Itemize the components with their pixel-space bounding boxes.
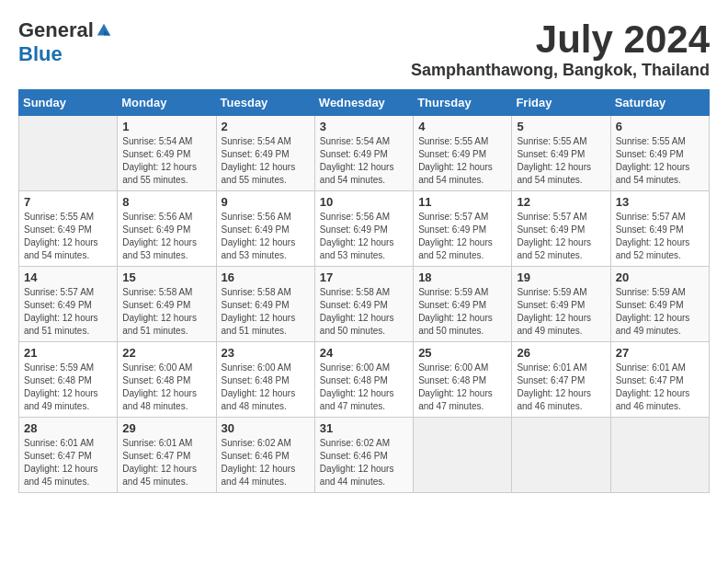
day-info: Sunrise: 6:00 AMSunset: 6:48 PMDaylight:… — [122, 362, 210, 413]
logo: General Blue — [18, 18, 112, 66]
day-number: 4 — [418, 120, 506, 133]
calendar-cell: 21Sunrise: 5:59 AMSunset: 6:48 PMDayligh… — [19, 342, 118, 418]
day-number: 12 — [517, 195, 605, 209]
calendar-table: Sunday Monday Tuesday Wednesday Thursday… — [18, 89, 710, 493]
day-number: 1 — [122, 120, 210, 133]
calendar-cell: 23Sunrise: 6:00 AMSunset: 6:48 PMDayligh… — [216, 342, 314, 418]
calendar-body: 1Sunrise: 5:54 AMSunset: 6:49 PMDaylight… — [19, 116, 710, 493]
day-number: 21 — [24, 346, 112, 360]
day-number: 3 — [320, 120, 408, 133]
day-number: 20 — [616, 270, 704, 284]
day-number: 14 — [24, 270, 112, 284]
calendar-cell — [512, 418, 610, 493]
day-info: Sunrise: 6:02 AMSunset: 6:46 PMDaylight:… — [320, 437, 408, 488]
day-number: 22 — [122, 346, 210, 360]
day-number: 29 — [122, 421, 210, 435]
calendar-cell — [19, 116, 118, 191]
calendar-week-2: 14Sunrise: 5:57 AMSunset: 6:49 PMDayligh… — [19, 267, 710, 342]
calendar-cell: 15Sunrise: 5:58 AMSunset: 6:49 PMDayligh… — [118, 267, 216, 342]
calendar-header: Sunday Monday Tuesday Wednesday Thursday… — [19, 90, 710, 116]
calendar-cell: 19Sunrise: 5:59 AMSunset: 6:49 PMDayligh… — [512, 267, 610, 342]
col-sunday: Sunday — [19, 90, 118, 116]
day-info: Sunrise: 5:58 AMSunset: 6:49 PMDaylight:… — [320, 286, 408, 338]
day-number: 10 — [320, 195, 408, 209]
day-number: 15 — [122, 270, 210, 284]
day-info: Sunrise: 5:54 AMSunset: 6:49 PMDaylight:… — [122, 135, 210, 187]
calendar-cell: 31Sunrise: 6:02 AMSunset: 6:46 PMDayligh… — [314, 418, 413, 493]
day-number: 28 — [24, 421, 112, 435]
calendar-cell: 8Sunrise: 5:56 AMSunset: 6:49 PMDaylight… — [118, 191, 216, 267]
day-info: Sunrise: 6:00 AMSunset: 6:48 PMDaylight:… — [222, 362, 310, 413]
calendar-cell: 29Sunrise: 6:01 AMSunset: 6:47 PMDayligh… — [118, 418, 216, 493]
day-info: Sunrise: 6:01 AMSunset: 6:47 PMDaylight:… — [122, 437, 210, 488]
calendar-cell: 11Sunrise: 5:57 AMSunset: 6:49 PMDayligh… — [414, 191, 512, 267]
day-info: Sunrise: 6:01 AMSunset: 6:47 PMDaylight:… — [24, 437, 112, 488]
day-number: 24 — [320, 346, 408, 360]
calendar-cell: 5Sunrise: 5:55 AMSunset: 6:49 PMDaylight… — [512, 116, 610, 191]
day-number: 17 — [320, 270, 408, 284]
logo-icon — [96, 22, 112, 39]
calendar-cell: 17Sunrise: 5:58 AMSunset: 6:49 PMDayligh… — [314, 267, 413, 342]
calendar-week-3: 21Sunrise: 5:59 AMSunset: 6:48 PMDayligh… — [19, 342, 710, 418]
day-number: 2 — [222, 120, 310, 133]
day-info: Sunrise: 6:02 AMSunset: 6:46 PMDaylight:… — [222, 437, 310, 488]
day-info: Sunrise: 6:01 AMSunset: 6:47 PMDaylight:… — [616, 362, 704, 413]
day-info: Sunrise: 5:56 AMSunset: 6:49 PMDaylight:… — [222, 211, 310, 262]
calendar-cell: 10Sunrise: 5:56 AMSunset: 6:49 PMDayligh… — [314, 191, 413, 267]
day-number: 30 — [222, 421, 310, 435]
col-thursday: Thursday — [414, 90, 512, 116]
day-number: 8 — [122, 195, 210, 209]
day-number: 13 — [616, 195, 704, 209]
calendar-cell: 12Sunrise: 5:57 AMSunset: 6:49 PMDayligh… — [512, 191, 610, 267]
logo-general-text: General — [18, 18, 94, 42]
month-title: July 2024 — [411, 18, 710, 61]
day-number: 23 — [222, 346, 310, 360]
day-info: Sunrise: 5:57 AMSunset: 6:49 PMDaylight:… — [24, 286, 112, 338]
calendar-cell: 6Sunrise: 5:55 AMSunset: 6:49 PMDaylight… — [610, 116, 709, 191]
calendar-cell — [414, 418, 512, 493]
day-info: Sunrise: 5:59 AMSunset: 6:49 PMDaylight:… — [616, 286, 704, 338]
day-number: 18 — [418, 270, 506, 284]
day-info: Sunrise: 5:58 AMSunset: 6:49 PMDaylight:… — [122, 286, 210, 338]
calendar-cell: 3Sunrise: 5:54 AMSunset: 6:49 PMDaylight… — [314, 116, 413, 191]
calendar-cell: 13Sunrise: 5:57 AMSunset: 6:49 PMDayligh… — [610, 191, 709, 267]
calendar-cell: 30Sunrise: 6:02 AMSunset: 6:46 PMDayligh… — [216, 418, 314, 493]
day-info: Sunrise: 5:55 AMSunset: 6:49 PMDaylight:… — [418, 135, 506, 187]
day-info: Sunrise: 5:57 AMSunset: 6:49 PMDaylight:… — [517, 211, 605, 262]
col-monday: Monday — [118, 90, 216, 116]
day-info: Sunrise: 5:55 AMSunset: 6:49 PMDaylight:… — [24, 211, 112, 262]
calendar-cell: 26Sunrise: 6:01 AMSunset: 6:47 PMDayligh… — [512, 342, 610, 418]
title-section: July 2024 Samphanthawong, Bangkok, Thail… — [411, 18, 710, 80]
logo-blue-text: Blue — [18, 42, 63, 66]
day-number: 5 — [517, 120, 605, 133]
col-wednesday: Wednesday — [314, 90, 413, 116]
day-info: Sunrise: 5:57 AMSunset: 6:49 PMDaylight:… — [616, 211, 704, 262]
calendar-cell: 28Sunrise: 6:01 AMSunset: 6:47 PMDayligh… — [19, 418, 118, 493]
page-header: General Blue July 2024 Samphanthawong, B… — [18, 18, 710, 80]
header-row: Sunday Monday Tuesday Wednesday Thursday… — [19, 90, 710, 116]
day-number: 6 — [616, 120, 704, 133]
day-info: Sunrise: 5:55 AMSunset: 6:49 PMDaylight:… — [616, 135, 704, 187]
day-info: Sunrise: 5:58 AMSunset: 6:49 PMDaylight:… — [222, 286, 310, 338]
calendar-cell: 1Sunrise: 5:54 AMSunset: 6:49 PMDaylight… — [118, 116, 216, 191]
col-tuesday: Tuesday — [216, 90, 314, 116]
day-info: Sunrise: 5:54 AMSunset: 6:49 PMDaylight:… — [222, 135, 310, 187]
day-number: 11 — [418, 195, 506, 209]
location-title: Samphanthawong, Bangkok, Thailand — [411, 61, 710, 80]
calendar-week-4: 28Sunrise: 6:01 AMSunset: 6:47 PMDayligh… — [19, 418, 710, 493]
day-number: 31 — [320, 421, 408, 435]
calendar-cell: 2Sunrise: 5:54 AMSunset: 6:49 PMDaylight… — [216, 116, 314, 191]
calendar-cell: 20Sunrise: 5:59 AMSunset: 6:49 PMDayligh… — [610, 267, 709, 342]
day-info: Sunrise: 5:59 AMSunset: 6:49 PMDaylight:… — [517, 286, 605, 338]
day-info: Sunrise: 6:00 AMSunset: 6:48 PMDaylight:… — [418, 362, 506, 413]
calendar-cell: 16Sunrise: 5:58 AMSunset: 6:49 PMDayligh… — [216, 267, 314, 342]
calendar-cell: 4Sunrise: 5:55 AMSunset: 6:49 PMDaylight… — [414, 116, 512, 191]
calendar-cell: 27Sunrise: 6:01 AMSunset: 6:47 PMDayligh… — [610, 342, 709, 418]
col-friday: Friday — [512, 90, 610, 116]
day-info: Sunrise: 5:56 AMSunset: 6:49 PMDaylight:… — [122, 211, 210, 262]
day-number: 25 — [418, 346, 506, 360]
calendar-week-0: 1Sunrise: 5:54 AMSunset: 6:49 PMDaylight… — [19, 116, 710, 191]
calendar-cell: 22Sunrise: 6:00 AMSunset: 6:48 PMDayligh… — [118, 342, 216, 418]
day-number: 27 — [616, 346, 704, 360]
day-info: Sunrise: 5:57 AMSunset: 6:49 PMDaylight:… — [418, 211, 506, 262]
